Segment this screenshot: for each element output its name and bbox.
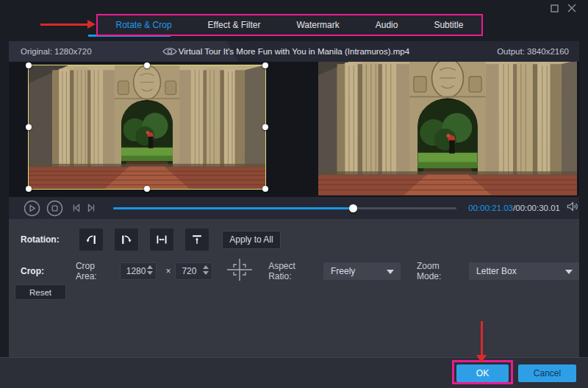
tab-subtitle[interactable]: Subtitle [429, 20, 467, 30]
chevron-down-icon [565, 270, 573, 274]
edit-controls-panel: Rotation: [9, 219, 579, 357]
flip-vertical-icon[interactable] [185, 229, 209, 251]
progress-fill [113, 207, 354, 209]
source-video-preview [28, 65, 266, 190]
crop-handle-bottom-middle[interactable] [144, 186, 150, 192]
active-tab-underline [88, 35, 171, 37]
rotation-label: Rotation: [21, 234, 79, 245]
time-display: 00:00:21.03/00:00:30.01 [468, 204, 560, 212]
crop-label: Crop: [21, 266, 76, 276]
current-time: 00:00:21.03 [468, 204, 513, 212]
progress-thumb[interactable] [349, 204, 357, 212]
crop-height-input[interactable] [176, 263, 202, 279]
close-icon[interactable] [566, 2, 578, 14]
ok-pointer-arrow [481, 321, 483, 356]
aspect-ratio-dropdown[interactable]: Freely [323, 262, 401, 280]
output-resolution-label: Output: 3840x2160 [497, 41, 569, 62]
title-bar [0, 0, 588, 13]
crop-handle-bottom-right[interactable] [262, 186, 268, 192]
crop-selection-box[interactable] [28, 65, 266, 190]
info-bar: Original: 1280x720 Virtual Tour It's Mor… [9, 41, 579, 62]
progress-slider[interactable] [113, 207, 456, 209]
width-increment-icon[interactable] [147, 265, 153, 269]
preview-eye-icon[interactable] [162, 46, 178, 60]
chevron-down-icon [387, 270, 394, 274]
ok-pointer-arrowhead [476, 355, 487, 363]
crop-height-spinner [175, 262, 212, 280]
height-increment-icon[interactable] [203, 265, 209, 269]
original-resolution-label: Original: 1280x720 [21, 47, 92, 56]
tab-pointer-arrow [40, 24, 87, 26]
zoom-mode-label: Zoom Mode: [417, 261, 463, 281]
previous-frame-button[interactable] [71, 202, 82, 214]
zoom-mode-dropdown[interactable]: Letter Box [469, 262, 579, 280]
output-video-preview [318, 62, 577, 195]
flip-horizontal-icon[interactable] [150, 229, 173, 251]
ok-button[interactable]: OK [456, 364, 509, 382]
rotation-row: Rotation: [21, 228, 281, 251]
apply-to-all-button[interactable]: Apply to All [222, 231, 281, 249]
maximize-icon[interactable] [548, 2, 560, 14]
tab-rotate-crop[interactable]: Rotate & Crop [112, 20, 176, 30]
tab-effect-filter[interactable]: Effect & Filter [204, 20, 265, 30]
play-button[interactable] [24, 200, 40, 217]
stop-button[interactable] [46, 200, 63, 217]
cancel-button[interactable]: Cancel [518, 364, 576, 382]
crop-width-spinner [120, 262, 157, 280]
video-preview-area [9, 62, 579, 197]
app-window: Rotate & Crop Effect & Filter Watermark … [0, 0, 588, 388]
rotate-right-icon[interactable] [115, 229, 138, 251]
original-resolution-chip: Original: 1280x720 [9, 41, 238, 62]
tab-pointer-arrowhead [87, 20, 96, 29]
crop-row: Crop: Crop Area: × [21, 260, 579, 282]
tab-bar: Rotate & Crop Effect & Filter Watermark … [98, 15, 481, 35]
zoom-mode-value: Letter Box [476, 266, 517, 276]
crop-center-icon[interactable] [227, 259, 252, 284]
width-decrement-icon[interactable] [147, 271, 153, 275]
crop-handle-bottom-left[interactable] [26, 186, 32, 192]
player-controls: 00:00:21.03/00:00:30.01 [9, 197, 579, 219]
editor-panel: Original: 1280x720 Virtual Tour It's Mor… [9, 41, 579, 357]
crop-handle-top-right[interactable] [262, 62, 268, 68]
crop-handle-top-left[interactable] [26, 62, 32, 68]
reset-button[interactable]: Reset [15, 284, 66, 300]
multiply-sign: × [165, 266, 171, 276]
tab-watermark[interactable]: Watermark [292, 20, 343, 30]
crop-handle-middle-left[interactable] [26, 124, 32, 130]
total-time: 00:00:30.01 [515, 204, 560, 212]
aspect-ratio-label: Aspect Ratio: [268, 261, 318, 281]
crop-width-input[interactable] [121, 263, 147, 279]
next-frame-button[interactable] [85, 202, 97, 214]
output-video-frame [318, 62, 577, 195]
crop-handle-top-middle[interactable] [144, 62, 150, 68]
aspect-ratio-value: Freely [331, 266, 355, 276]
rotate-left-icon[interactable] [79, 229, 103, 251]
crop-area-label: Crop Area: [76, 261, 115, 281]
footer-bar: OK Cancel [0, 357, 588, 388]
height-decrement-icon[interactable] [203, 271, 209, 275]
crop-handle-middle-right[interactable] [262, 124, 268, 130]
volume-icon[interactable] [566, 201, 579, 215]
tab-audio[interactable]: Audio [371, 20, 403, 30]
